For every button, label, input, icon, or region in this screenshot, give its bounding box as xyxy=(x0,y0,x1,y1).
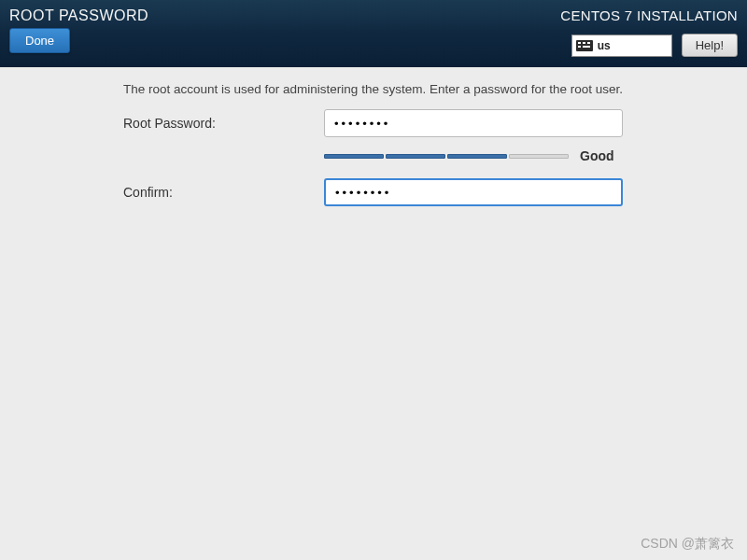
installer-header: ROOT PASSWORD CENTOS 7 INSTALLATION Done… xyxy=(0,0,747,67)
keyboard-layout-indicator[interactable]: us xyxy=(571,35,672,57)
keyboard-icon xyxy=(576,40,593,51)
strength-segment xyxy=(324,154,384,159)
confirm-password-label: Confirm: xyxy=(123,185,324,200)
installer-name: CENTOS 7 INSTALLATION xyxy=(560,7,738,23)
root-password-label: Root Password: xyxy=(123,116,324,131)
done-button[interactable]: Done xyxy=(9,28,70,53)
strength-segment xyxy=(509,154,569,159)
help-button[interactable]: Help! xyxy=(682,34,738,57)
header-right-controls: us Help! xyxy=(571,34,738,57)
password-strength-label: Good xyxy=(580,148,614,163)
strength-segment xyxy=(386,154,445,159)
keyboard-layout-text: us xyxy=(598,39,611,52)
instruction-text: The root account is used for administeri… xyxy=(123,82,732,96)
confirm-password-input[interactable] xyxy=(324,178,623,206)
root-password-row: Root Password: xyxy=(123,109,732,137)
strength-segment xyxy=(447,154,507,159)
content-area: The root account is used for administeri… xyxy=(0,67,747,206)
confirm-password-row: Confirm: xyxy=(123,178,732,206)
root-password-input[interactable] xyxy=(324,109,623,137)
watermark-text: CSDN @萧篱衣 xyxy=(641,536,734,553)
password-strength-meter xyxy=(324,154,569,159)
password-strength-row: Good xyxy=(324,148,732,163)
